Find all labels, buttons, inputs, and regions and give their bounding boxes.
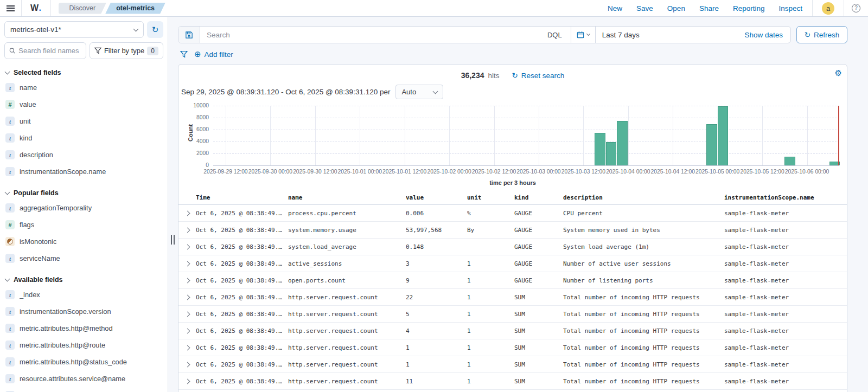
table-cell: Oct 6, 2025 @ 08:38:49.834 [196,378,288,385]
sidebar-resize-handle[interactable] [168,17,177,392]
table-cell: 1 [467,294,514,301]
table-cell: sample-flask-meter [724,344,847,351]
index-pattern-select[interactable]: metrics-otel-v1* [4,21,144,38]
reset-search-link[interactable]: ↻Reset search [512,71,564,80]
settings-gear-icon[interactable]: ⚙ [835,68,842,78]
section-toggle-available-fields[interactable]: Available fields [4,274,163,286]
tab-discover[interactable]: Discover [59,3,107,14]
query-language-button[interactable]: DQL [539,31,571,39]
field-name: resource.attributes.service@name [20,375,125,383]
field-description[interactable]: tdescription [4,147,163,163]
add-filter-button[interactable]: ⊕Add filter [194,49,233,59]
breadcrumb-tabs: Discoverotel-metrics [59,3,165,14]
table-cell: 1 [406,344,467,351]
tab-otel-metrics[interactable]: otel-metrics [105,3,165,14]
field-servicename[interactable]: tserviceName [4,250,163,266]
expand-row-button[interactable] [178,363,196,367]
filter-icon[interactable] [180,50,188,58]
avatar[interactable]: a [822,2,834,15]
expand-row-button[interactable] [178,245,196,249]
gridline [494,106,495,165]
field-type-string-icon: t [5,117,15,126]
saved-query-button[interactable] [178,27,200,43]
field-metric-attributes-http-route[interactable]: tmetric.attributes.http@route [4,337,163,353]
field-value[interactable]: #value [4,97,163,112]
expand-row-button[interactable] [178,279,196,282]
field-index[interactable]: t_index [4,287,163,303]
nav-save[interactable]: Save [636,4,653,12]
field-resource-attributes-telemetry-sdk-language[interactable]: tresource.attributes.telemetry@sdk@langu… [4,388,163,392]
table-cell: 53,997,568 [406,227,467,234]
nav-reporting[interactable]: Reporting [733,4,765,12]
expand-row-button[interactable] [178,262,196,266]
table-cell: 3 [406,260,467,267]
time-range-label[interactable]: Last 7 days [596,31,646,39]
field-instrumentationscope-name[interactable]: tinstrumentationScope.name [4,164,163,179]
field-resource-attributes-service-name[interactable]: tresource.attributes.service@name [4,371,163,387]
table-row: Oct 6, 2025 @ 08:38:49.834http.server.re… [178,339,847,356]
filter-by-type-button[interactable]: Filter by type 0 [90,42,163,59]
field-metric-attributes-http-method[interactable]: tmetric.attributes.http@method [4,320,163,336]
column-header-description: description [563,194,724,201]
interval-select[interactable]: Auto [395,85,443,99]
field-metric-attributes-http-status-code[interactable]: tmetric.attributes.http@status_code [4,354,163,370]
show-dates-link[interactable]: Show dates [744,31,790,39]
field-name[interactable]: tname [4,80,163,95]
expand-row-button[interactable] [178,329,196,333]
field-search [4,42,86,59]
search-input[interactable] [200,31,539,39]
nav-share[interactable]: Share [699,4,719,12]
histogram-bar[interactable] [595,133,605,166]
column-header-unit: unit [467,194,514,201]
expand-row-button[interactable] [178,228,196,232]
app-logo[interactable]: W. [22,0,50,16]
gridline [213,130,839,130]
field-unit[interactable]: tunit [4,113,163,129]
menu-icon[interactable] [0,0,21,16]
expand-row-button[interactable] [178,312,196,316]
nav-inspect[interactable]: Inspect [778,4,802,12]
histogram-bar[interactable] [606,142,617,165]
boolean-glyph [7,239,13,245]
table-cell: Oct 6, 2025 @ 08:38:49.834 [196,260,288,267]
refresh-index-icon[interactable]: ↻ [147,21,163,38]
chevron-down-icon [5,190,10,195]
field-name: unit [20,117,31,125]
refresh-label: Refresh [814,31,839,39]
field-type-string-icon: t [5,83,15,92]
field-search-input[interactable] [18,47,81,55]
histogram-bar[interactable] [617,121,628,166]
divider [844,0,844,16]
field-type-string-icon: t [5,374,15,383]
table-cell: Oct 6, 2025 @ 08:38:49.834 [196,210,288,217]
expand-row-button[interactable] [178,211,196,215]
nav-open[interactable]: Open [667,4,685,12]
field-instrumentationscope-version[interactable]: tinstrumentationScope.version [4,304,163,319]
section-toggle-popular-fields[interactable]: Popular fields [4,187,163,199]
divider [812,0,813,16]
expand-row-button[interactable] [178,380,196,383]
section-toggle-selected-fields[interactable]: Selected fields [4,67,163,79]
date-picker-button[interactable] [571,27,596,43]
x-axis-label: time per 3 hours [178,179,847,186]
histogram-bar[interactable] [706,124,717,165]
table-row: Oct 6, 2025 @ 08:38:49.834http.server.re… [178,356,847,373]
expand-row-button[interactable] [178,346,196,350]
gridline [583,106,584,165]
expand-row-button[interactable] [178,295,196,299]
refresh-button[interactable]: ↻Refresh [796,26,847,43]
table-cell: 1 [467,277,514,284]
help-icon[interactable]: ? [852,4,860,12]
nav-new[interactable]: New [608,4,622,12]
search-bar: DQL Last 7 days Show dates [178,26,791,43]
histogram-bar[interactable] [718,106,729,165]
histogram-bar[interactable] [784,157,795,166]
table-cell: GAUGE [514,210,563,217]
field-ismonotonic[interactable]: isMonotonic [4,234,163,249]
chevron-right-icon [184,244,190,249]
field-flags[interactable]: #flags [4,217,163,233]
field-kind[interactable]: tkind [4,130,163,146]
x-tick: 2025-10-06 00:00 [785,169,829,175]
field-aggregationtemporality[interactable]: taggregationTemporality [4,200,163,216]
hits-count: 36,234 [461,71,484,80]
